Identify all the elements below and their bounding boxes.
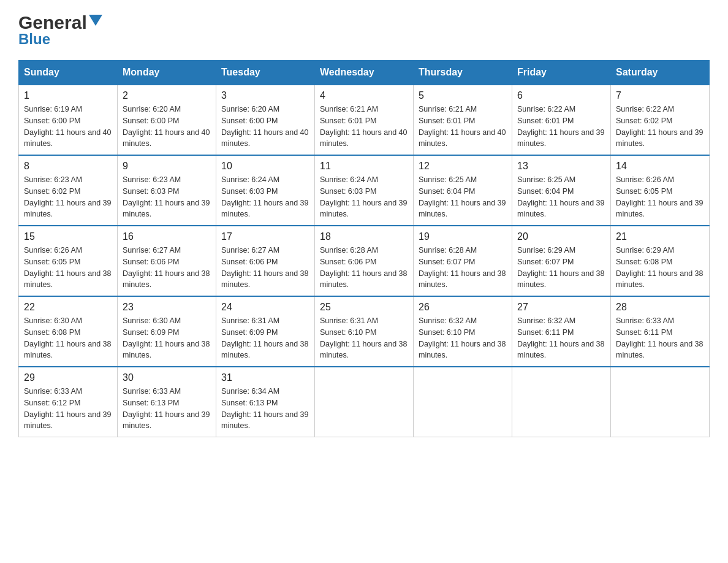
day-number: 7 [616,90,704,101]
day-info: Sunrise: 6:31 AMSunset: 6:10 PMDaylight:… [320,315,408,361]
day-number: 6 [517,90,605,101]
day-cell-5: 5Sunrise: 6:21 AMSunset: 6:01 PMDaylight… [414,85,512,155]
page-header: General Blue [18,12,710,48]
day-info: Sunrise: 6:28 AMSunset: 6:07 PMDaylight:… [419,245,507,291]
day-number: 1 [24,90,112,101]
day-cell-30: 30Sunrise: 6:33 AMSunset: 6:13 PMDayligh… [118,367,216,437]
logo-triangle-icon [89,15,102,28]
day-info: Sunrise: 6:31 AMSunset: 6:09 PMDaylight:… [221,315,309,361]
week-row-3: 15Sunrise: 6:26 AMSunset: 6:05 PMDayligh… [19,226,710,296]
logo: General Blue [18,12,102,48]
day-number: 8 [24,161,112,172]
day-cell-31: 31Sunrise: 6:34 AMSunset: 6:13 PMDayligh… [216,367,315,437]
day-number: 13 [517,161,605,172]
day-cell-15: 15Sunrise: 6:26 AMSunset: 6:05 PMDayligh… [19,226,118,296]
day-info: Sunrise: 6:33 AMSunset: 6:13 PMDaylight:… [123,386,211,432]
day-cell-21: 21Sunrise: 6:29 AMSunset: 6:08 PMDayligh… [611,226,710,296]
day-cell-7: 7Sunrise: 6:22 AMSunset: 6:02 PMDaylight… [611,85,710,155]
day-info: Sunrise: 6:19 AMSunset: 6:00 PMDaylight:… [24,104,112,150]
calendar-table: SundayMondayTuesdayWednesdayThursdayFrid… [18,60,710,437]
week-row-2: 8Sunrise: 6:23 AMSunset: 6:02 PMDaylight… [19,155,710,226]
empty-cell [315,367,414,437]
day-cell-27: 27Sunrise: 6:32 AMSunset: 6:11 PMDayligh… [512,296,611,367]
day-cell-6: 6Sunrise: 6:22 AMSunset: 6:01 PMDaylight… [512,85,611,155]
day-info: Sunrise: 6:21 AMSunset: 6:01 PMDaylight:… [419,104,507,150]
day-cell-13: 13Sunrise: 6:25 AMSunset: 6:04 PMDayligh… [512,155,611,226]
day-number: 29 [24,372,112,383]
week-row-5: 29Sunrise: 6:33 AMSunset: 6:12 PMDayligh… [19,367,710,437]
empty-cell [611,367,710,437]
day-info: Sunrise: 6:26 AMSunset: 6:05 PMDaylight:… [616,174,704,220]
day-cell-22: 22Sunrise: 6:30 AMSunset: 6:08 PMDayligh… [19,296,118,367]
week-row-4: 22Sunrise: 6:30 AMSunset: 6:08 PMDayligh… [19,296,710,367]
day-cell-10: 10Sunrise: 6:24 AMSunset: 6:03 PMDayligh… [216,155,315,226]
day-number: 14 [616,161,704,172]
day-number: 23 [123,302,211,313]
logo-blue-text: Blue [18,31,50,48]
day-info: Sunrise: 6:22 AMSunset: 6:01 PMDaylight:… [517,104,605,150]
day-info: Sunrise: 6:28 AMSunset: 6:06 PMDaylight:… [320,245,408,291]
day-cell-4: 4Sunrise: 6:21 AMSunset: 6:01 PMDaylight… [315,85,414,155]
weekday-header-monday: Monday [118,61,216,85]
day-cell-17: 17Sunrise: 6:27 AMSunset: 6:06 PMDayligh… [216,226,315,296]
day-number: 9 [123,161,211,172]
day-info: Sunrise: 6:26 AMSunset: 6:05 PMDaylight:… [24,245,112,291]
day-cell-28: 28Sunrise: 6:33 AMSunset: 6:11 PMDayligh… [611,296,710,367]
week-row-1: 1Sunrise: 6:19 AMSunset: 6:00 PMDaylight… [19,85,710,155]
day-number: 19 [419,231,507,242]
day-info: Sunrise: 6:27 AMSunset: 6:06 PMDaylight:… [123,245,211,291]
day-number: 5 [419,90,507,101]
empty-cell [414,367,512,437]
weekday-header-tuesday: Tuesday [216,61,315,85]
day-info: Sunrise: 6:33 AMSunset: 6:12 PMDaylight:… [24,386,112,432]
day-number: 12 [419,161,507,172]
day-cell-16: 16Sunrise: 6:27 AMSunset: 6:06 PMDayligh… [118,226,216,296]
day-cell-3: 3Sunrise: 6:20 AMSunset: 6:00 PMDaylight… [216,85,315,155]
day-info: Sunrise: 6:29 AMSunset: 6:07 PMDaylight:… [517,245,605,291]
day-cell-9: 9Sunrise: 6:23 AMSunset: 6:03 PMDaylight… [118,155,216,226]
weekday-header-thursday: Thursday [414,61,512,85]
day-number: 11 [320,161,408,172]
day-cell-29: 29Sunrise: 6:33 AMSunset: 6:12 PMDayligh… [19,367,118,437]
day-number: 31 [221,372,309,383]
weekday-header-friday: Friday [512,61,611,85]
day-number: 18 [320,231,408,242]
day-cell-1: 1Sunrise: 6:19 AMSunset: 6:00 PMDaylight… [19,85,118,155]
day-info: Sunrise: 6:29 AMSunset: 6:08 PMDaylight:… [616,245,704,291]
day-number: 3 [221,90,309,101]
weekday-header-wednesday: Wednesday [315,61,414,85]
day-number: 27 [517,302,605,313]
weekday-header-row: SundayMondayTuesdayWednesdayThursdayFrid… [19,61,710,85]
day-info: Sunrise: 6:23 AMSunset: 6:03 PMDaylight:… [123,174,211,220]
day-number: 30 [123,372,211,383]
day-number: 28 [616,302,704,313]
day-cell-14: 14Sunrise: 6:26 AMSunset: 6:05 PMDayligh… [611,155,710,226]
day-number: 2 [123,90,211,101]
day-cell-25: 25Sunrise: 6:31 AMSunset: 6:10 PMDayligh… [315,296,414,367]
logo-general-text: General [18,12,87,33]
day-cell-19: 19Sunrise: 6:28 AMSunset: 6:07 PMDayligh… [414,226,512,296]
day-info: Sunrise: 6:27 AMSunset: 6:06 PMDaylight:… [221,245,309,291]
day-info: Sunrise: 6:21 AMSunset: 6:01 PMDaylight:… [320,104,408,150]
day-number: 21 [616,231,704,242]
day-info: Sunrise: 6:33 AMSunset: 6:11 PMDaylight:… [616,315,704,361]
day-info: Sunrise: 6:20 AMSunset: 6:00 PMDaylight:… [123,104,211,150]
day-cell-12: 12Sunrise: 6:25 AMSunset: 6:04 PMDayligh… [414,155,512,226]
day-cell-8: 8Sunrise: 6:23 AMSunset: 6:02 PMDaylight… [19,155,118,226]
day-info: Sunrise: 6:24 AMSunset: 6:03 PMDaylight:… [221,174,309,220]
day-info: Sunrise: 6:32 AMSunset: 6:10 PMDaylight:… [419,315,507,361]
svg-marker-0 [89,15,102,26]
day-cell-24: 24Sunrise: 6:31 AMSunset: 6:09 PMDayligh… [216,296,315,367]
day-info: Sunrise: 6:30 AMSunset: 6:09 PMDaylight:… [123,315,211,361]
day-cell-11: 11Sunrise: 6:24 AMSunset: 6:03 PMDayligh… [315,155,414,226]
day-info: Sunrise: 6:30 AMSunset: 6:08 PMDaylight:… [24,315,112,361]
day-info: Sunrise: 6:25 AMSunset: 6:04 PMDaylight:… [517,174,605,220]
day-cell-18: 18Sunrise: 6:28 AMSunset: 6:06 PMDayligh… [315,226,414,296]
day-number: 15 [24,231,112,242]
day-number: 25 [320,302,408,313]
day-number: 10 [221,161,309,172]
day-info: Sunrise: 6:20 AMSunset: 6:00 PMDaylight:… [221,104,309,150]
weekday-header-saturday: Saturday [611,61,710,85]
day-cell-26: 26Sunrise: 6:32 AMSunset: 6:10 PMDayligh… [414,296,512,367]
day-info: Sunrise: 6:22 AMSunset: 6:02 PMDaylight:… [616,104,704,150]
